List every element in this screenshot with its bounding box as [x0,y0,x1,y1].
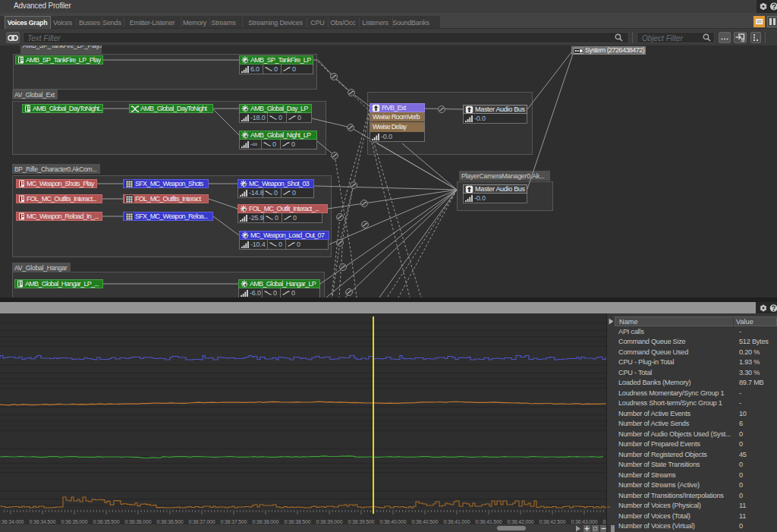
svg-text:0:36:35.000: 0:36:35.000 [61,519,88,524]
svg-text:0:36:39.000: 0:36:39.000 [316,519,343,524]
svg-text:0:36:43.500: 0:36:43.500 [603,519,615,524]
svg-text:0:36:36.500: 0:36:36.500 [157,519,184,524]
svg-text:0:36:37.500: 0:36:37.500 [221,519,247,524]
svg-text:0:36:40.000: 0:36:40.000 [380,519,407,524]
svg-text:0:36:42.000: 0:36:42.000 [508,519,534,524]
svg-text:0:36:43.000: 0:36:43.000 [571,519,598,524]
svg-text:0:36:36.000: 0:36:36.000 [125,519,152,524]
svg-text:0:36:40.500: 0:36:40.500 [412,519,439,524]
svg-text:0:36:34.500: 0:36:34.500 [30,519,56,524]
svg-text:0:36:39.500: 0:36:39.500 [348,519,375,524]
svg-text:0:36:38.000: 0:36:38.000 [253,519,279,524]
svg-text:0:36:35.500: 0:36:35.500 [93,519,120,524]
svg-text:0:36:42.500: 0:36:42.500 [539,519,566,524]
svg-text:0:36:37.000: 0:36:37.000 [189,519,215,524]
svg-text:0:36:34.000: 0:36:34.000 [0,519,24,524]
svg-text:0:36:38.500: 0:36:38.500 [285,519,311,524]
svg-text:0:36:41.500: 0:36:41.500 [476,519,502,524]
svg-text:0:36:41.000: 0:36:41.000 [444,519,470,524]
